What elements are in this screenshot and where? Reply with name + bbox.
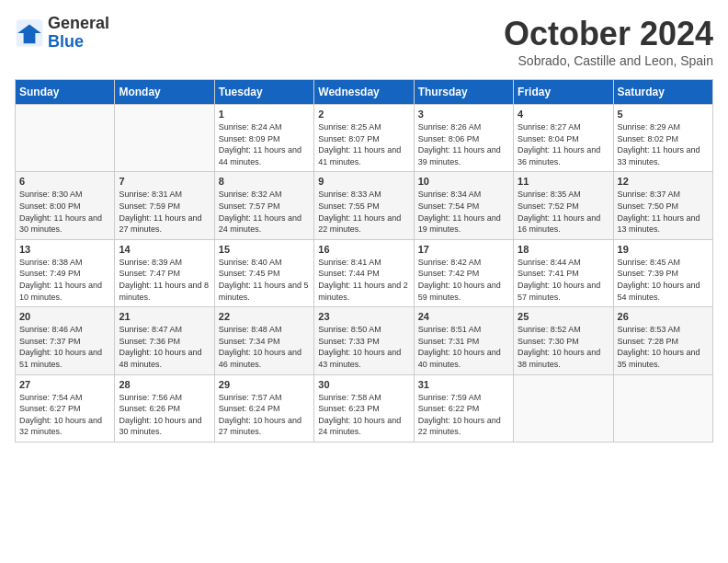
day-info: Sunrise: 8:52 AM Sunset: 7:30 PM Dayligh… bbox=[518, 324, 609, 370]
calendar-cell: 22Sunrise: 8:48 AM Sunset: 7:34 PM Dayli… bbox=[214, 307, 313, 374]
calendar-cell: 15Sunrise: 8:40 AM Sunset: 7:45 PM Dayli… bbox=[214, 239, 313, 306]
day-number: 31 bbox=[418, 379, 509, 390]
day-number: 6 bbox=[19, 176, 110, 187]
logo: General Blue bbox=[15, 15, 109, 52]
day-number: 18 bbox=[518, 244, 609, 255]
day-number: 26 bbox=[618, 311, 709, 322]
calendar-cell: 30Sunrise: 7:58 AM Sunset: 6:23 PM Dayli… bbox=[314, 374, 414, 442]
day-info: Sunrise: 8:48 AM Sunset: 7:34 PM Dayligh… bbox=[219, 324, 310, 370]
day-number: 9 bbox=[318, 176, 409, 187]
calendar-cell: 3Sunrise: 8:26 AM Sunset: 8:06 PM Daylig… bbox=[414, 105, 513, 172]
calendar-cell: 26Sunrise: 8:53 AM Sunset: 7:28 PM Dayli… bbox=[613, 307, 712, 374]
calendar-header-row: SundayMondayTuesdayWednesdayThursdayFrid… bbox=[16, 80, 713, 105]
page-header: General Blue October 2024 Sobrado, Casti… bbox=[15, 15, 713, 68]
calendar-week-row: 13Sunrise: 8:38 AM Sunset: 7:49 PM Dayli… bbox=[16, 239, 713, 306]
day-number: 8 bbox=[219, 176, 310, 187]
day-number: 17 bbox=[418, 244, 509, 255]
day-number: 13 bbox=[19, 244, 110, 255]
calendar-cell: 4Sunrise: 8:27 AM Sunset: 8:04 PM Daylig… bbox=[514, 105, 613, 172]
day-number: 21 bbox=[119, 311, 210, 322]
day-of-week-header: Monday bbox=[115, 80, 214, 105]
calendar-body: 1Sunrise: 8:24 AM Sunset: 8:09 PM Daylig… bbox=[16, 105, 713, 442]
day-info: Sunrise: 8:38 AM Sunset: 7:49 PM Dayligh… bbox=[19, 257, 110, 303]
day-info: Sunrise: 8:51 AM Sunset: 7:31 PM Dayligh… bbox=[418, 324, 509, 370]
day-info: Sunrise: 8:29 AM Sunset: 8:02 PM Dayligh… bbox=[618, 121, 709, 167]
day-of-week-header: Tuesday bbox=[214, 80, 313, 105]
calendar-cell: 31Sunrise: 7:59 AM Sunset: 6:22 PM Dayli… bbox=[414, 374, 513, 442]
day-number: 29 bbox=[219, 379, 310, 390]
day-of-week-header: Wednesday bbox=[314, 80, 414, 105]
day-of-week-header: Friday bbox=[514, 80, 613, 105]
calendar-cell: 29Sunrise: 7:57 AM Sunset: 6:24 PM Dayli… bbox=[214, 374, 313, 442]
day-info: Sunrise: 8:32 AM Sunset: 7:57 PM Dayligh… bbox=[219, 189, 310, 235]
day-info: Sunrise: 8:53 AM Sunset: 7:28 PM Dayligh… bbox=[618, 324, 709, 370]
calendar-cell: 19Sunrise: 8:45 AM Sunset: 7:39 PM Dayli… bbox=[613, 239, 712, 306]
day-number: 2 bbox=[318, 109, 409, 120]
calendar-cell: 13Sunrise: 8:38 AM Sunset: 7:49 PM Dayli… bbox=[16, 239, 115, 306]
day-info: Sunrise: 8:40 AM Sunset: 7:45 PM Dayligh… bbox=[219, 257, 310, 303]
day-info: Sunrise: 8:25 AM Sunset: 8:07 PM Dayligh… bbox=[318, 121, 409, 167]
day-info: Sunrise: 8:41 AM Sunset: 7:44 PM Dayligh… bbox=[318, 257, 409, 303]
day-info: Sunrise: 8:46 AM Sunset: 7:37 PM Dayligh… bbox=[19, 324, 110, 370]
calendar-cell: 2Sunrise: 8:25 AM Sunset: 8:07 PM Daylig… bbox=[314, 105, 414, 172]
calendar-cell: 25Sunrise: 8:52 AM Sunset: 7:30 PM Dayli… bbox=[514, 307, 613, 374]
calendar-cell bbox=[514, 374, 613, 442]
calendar-cell bbox=[16, 105, 115, 172]
logo-icon bbox=[15, 18, 44, 48]
calendar-cell: 14Sunrise: 8:39 AM Sunset: 7:47 PM Dayli… bbox=[115, 239, 214, 306]
day-info: Sunrise: 8:35 AM Sunset: 7:52 PM Dayligh… bbox=[518, 189, 609, 235]
calendar-week-row: 1Sunrise: 8:24 AM Sunset: 8:09 PM Daylig… bbox=[16, 105, 713, 172]
day-number: 12 bbox=[618, 176, 709, 187]
day-number: 14 bbox=[119, 244, 210, 255]
day-number: 27 bbox=[19, 379, 110, 390]
day-of-week-header: Saturday bbox=[613, 80, 712, 105]
day-info: Sunrise: 8:44 AM Sunset: 7:41 PM Dayligh… bbox=[518, 257, 609, 303]
calendar-cell: 12Sunrise: 8:37 AM Sunset: 7:50 PM Dayli… bbox=[613, 172, 712, 239]
day-info: Sunrise: 8:37 AM Sunset: 7:50 PM Dayligh… bbox=[618, 189, 709, 235]
month-title: October 2024 bbox=[504, 15, 713, 53]
calendar-cell: 21Sunrise: 8:47 AM Sunset: 7:36 PM Dayli… bbox=[115, 307, 214, 374]
calendar-week-row: 27Sunrise: 7:54 AM Sunset: 6:27 PM Dayli… bbox=[16, 374, 713, 442]
day-number: 28 bbox=[119, 379, 210, 390]
day-info: Sunrise: 7:56 AM Sunset: 6:26 PM Dayligh… bbox=[119, 392, 210, 438]
day-info: Sunrise: 7:58 AM Sunset: 6:23 PM Dayligh… bbox=[318, 392, 409, 438]
day-number: 4 bbox=[518, 109, 609, 120]
logo-line1: General bbox=[48, 15, 109, 33]
title-block: October 2024 Sobrado, Castille and Leon,… bbox=[504, 15, 713, 68]
calendar-cell: 18Sunrise: 8:44 AM Sunset: 7:41 PM Dayli… bbox=[514, 239, 613, 306]
calendar-cell: 27Sunrise: 7:54 AM Sunset: 6:27 PM Dayli… bbox=[16, 374, 115, 442]
day-number: 3 bbox=[418, 109, 509, 120]
logo-line2: Blue bbox=[48, 33, 109, 52]
calendar-cell: 28Sunrise: 7:56 AM Sunset: 6:26 PM Dayli… bbox=[115, 374, 214, 442]
calendar-cell: 9Sunrise: 8:33 AM Sunset: 7:55 PM Daylig… bbox=[314, 172, 414, 239]
day-number: 22 bbox=[219, 311, 310, 322]
calendar-cell: 23Sunrise: 8:50 AM Sunset: 7:33 PM Dayli… bbox=[314, 307, 414, 374]
calendar-cell: 11Sunrise: 8:35 AM Sunset: 7:52 PM Dayli… bbox=[514, 172, 613, 239]
calendar-week-row: 20Sunrise: 8:46 AM Sunset: 7:37 PM Dayli… bbox=[16, 307, 713, 374]
calendar-cell bbox=[115, 105, 214, 172]
calendar-week-row: 6Sunrise: 8:30 AM Sunset: 8:00 PM Daylig… bbox=[16, 172, 713, 239]
day-info: Sunrise: 8:34 AM Sunset: 7:54 PM Dayligh… bbox=[418, 189, 509, 235]
calendar-table: SundayMondayTuesdayWednesdayThursdayFrid… bbox=[15, 79, 713, 442]
day-info: Sunrise: 8:27 AM Sunset: 8:04 PM Dayligh… bbox=[518, 121, 609, 167]
day-number: 19 bbox=[618, 244, 709, 255]
calendar-cell: 8Sunrise: 8:32 AM Sunset: 7:57 PM Daylig… bbox=[214, 172, 313, 239]
location: Sobrado, Castille and Leon, Spain bbox=[504, 53, 713, 68]
day-info: Sunrise: 7:57 AM Sunset: 6:24 PM Dayligh… bbox=[219, 392, 310, 438]
day-number: 16 bbox=[318, 244, 409, 255]
day-info: Sunrise: 8:33 AM Sunset: 7:55 PM Dayligh… bbox=[318, 189, 409, 235]
day-number: 24 bbox=[418, 311, 509, 322]
day-number: 5 bbox=[618, 109, 709, 120]
day-info: Sunrise: 8:47 AM Sunset: 7:36 PM Dayligh… bbox=[119, 324, 210, 370]
day-info: Sunrise: 8:26 AM Sunset: 8:06 PM Dayligh… bbox=[418, 121, 509, 167]
calendar-cell: 1Sunrise: 8:24 AM Sunset: 8:09 PM Daylig… bbox=[214, 105, 313, 172]
day-number: 1 bbox=[219, 109, 310, 120]
day-info: Sunrise: 8:42 AM Sunset: 7:42 PM Dayligh… bbox=[418, 257, 509, 303]
day-info: Sunrise: 8:30 AM Sunset: 8:00 PM Dayligh… bbox=[19, 189, 110, 235]
day-number: 25 bbox=[518, 311, 609, 322]
day-number: 7 bbox=[119, 176, 210, 187]
calendar-cell: 16Sunrise: 8:41 AM Sunset: 7:44 PM Dayli… bbox=[314, 239, 414, 306]
calendar-cell: 6Sunrise: 8:30 AM Sunset: 8:00 PM Daylig… bbox=[16, 172, 115, 239]
day-number: 10 bbox=[418, 176, 509, 187]
day-of-week-header: Thursday bbox=[414, 80, 513, 105]
